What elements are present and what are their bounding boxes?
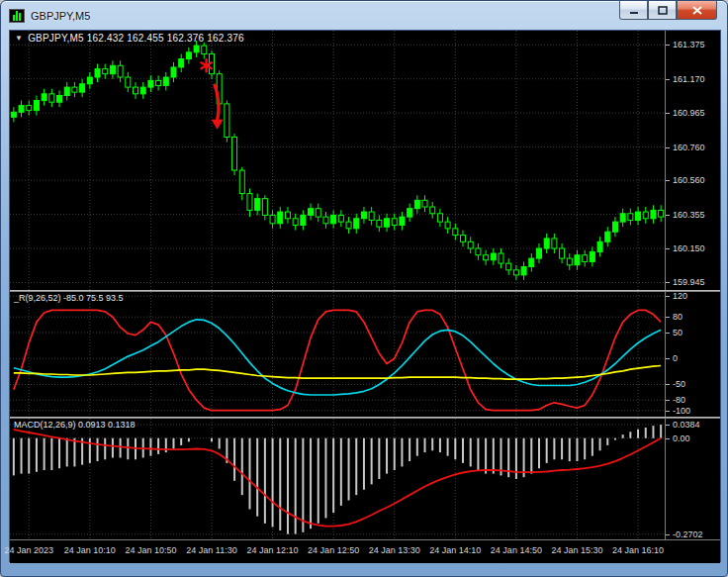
candle-body bbox=[87, 77, 92, 84]
oscillator-scale-label: 50 bbox=[673, 328, 682, 337]
price-label: 160.560 bbox=[673, 175, 705, 185]
close-icon bbox=[692, 6, 702, 15]
axis-tick bbox=[666, 45, 670, 46]
candle-body bbox=[171, 67, 176, 77]
oscillator-line-slow bbox=[14, 366, 661, 380]
maximize-icon bbox=[658, 6, 668, 15]
candle-body bbox=[126, 77, 131, 87]
candle-body bbox=[27, 106, 32, 111]
macd-scale-label: 0.0384 bbox=[673, 420, 700, 430]
candle-body bbox=[64, 87, 69, 95]
candle-body bbox=[385, 219, 390, 227]
candle-body bbox=[513, 270, 518, 275]
axis-tick bbox=[666, 333, 670, 334]
candle-body bbox=[430, 207, 435, 214]
candle-body bbox=[414, 200, 419, 208]
axis-tick bbox=[666, 425, 670, 426]
oscillator-canvas bbox=[10, 292, 665, 417]
candle-body bbox=[476, 248, 481, 255]
minimize-button[interactable] bbox=[619, 1, 648, 20]
chart-window-icon bbox=[9, 9, 25, 23]
candle-body bbox=[521, 266, 526, 274]
candle-body bbox=[583, 255, 588, 262]
candle-body bbox=[620, 214, 625, 222]
axis-tick bbox=[666, 282, 670, 283]
oscillator-scale-label: 80 bbox=[673, 312, 682, 322]
candle-body bbox=[377, 220, 382, 227]
candle-body bbox=[552, 239, 557, 248]
candle-body bbox=[636, 212, 641, 220]
price-label: 160.965 bbox=[673, 108, 705, 118]
axis-tick bbox=[666, 358, 670, 359]
candle-body bbox=[445, 222, 450, 229]
down-arrow-annotation bbox=[212, 120, 224, 130]
price-label: 161.375 bbox=[673, 40, 705, 49]
candle-body bbox=[369, 212, 374, 220]
maximize-button[interactable] bbox=[648, 1, 677, 20]
chart-client-area: ▼ GBPJPY,M5 162.432 162.455 162.376 162.… bbox=[9, 30, 721, 562]
candle-body bbox=[163, 77, 168, 85]
quote-line[interactable]: ▼ GBPJPY,M5 162.432 162.455 162.376 162.… bbox=[15, 33, 244, 44]
candle-body bbox=[575, 255, 580, 265]
axis-tick bbox=[666, 534, 670, 535]
candle-body bbox=[239, 170, 244, 194]
oscillator-axis[interactable]: 12080500-50-80-100 bbox=[665, 292, 720, 417]
candle-body bbox=[225, 104, 229, 138]
titlebar[interactable]: GBPJPY,M5 bbox=[1, 1, 727, 30]
candle-body bbox=[323, 217, 328, 224]
candle-body bbox=[408, 209, 412, 217]
axis-tick bbox=[666, 79, 670, 80]
candle-body bbox=[499, 253, 503, 263]
close-button[interactable] bbox=[677, 1, 717, 20]
candle-body bbox=[156, 80, 161, 85]
candle-body bbox=[392, 219, 397, 226]
candle-body bbox=[612, 222, 617, 232]
candle-body bbox=[491, 253, 496, 260]
axis-tick bbox=[666, 113, 670, 114]
candle-body bbox=[354, 219, 359, 229]
candle-body bbox=[80, 84, 85, 92]
axis-tick bbox=[666, 317, 670, 318]
macd-panel[interactable]: MACD(12,26,9) 0.0913 0.1318 0.03840.00-0… bbox=[10, 419, 720, 539]
candle-body bbox=[400, 217, 405, 225]
candle-body bbox=[346, 222, 351, 229]
macd-axis[interactable]: 0.03840.00-0.2702 bbox=[665, 419, 720, 539]
candle-body bbox=[72, 87, 77, 92]
candle-body bbox=[134, 87, 138, 94]
price-chart-panel[interactable]: ▼ GBPJPY,M5 162.432 162.455 162.376 162.… bbox=[10, 31, 720, 290]
candle-body bbox=[544, 239, 549, 248]
price-label: 160.355 bbox=[673, 210, 705, 220]
candle-body bbox=[590, 251, 594, 261]
candle-body bbox=[11, 112, 16, 117]
candle-body bbox=[567, 258, 572, 265]
candle-body bbox=[34, 101, 39, 111]
oscillator-label: _R(9,26,52) -85.0 75.5 93.5 bbox=[14, 293, 124, 303]
price-chart-canvas bbox=[10, 31, 665, 290]
candle-body bbox=[148, 80, 153, 87]
macd-scale-label: -0.2702 bbox=[673, 529, 703, 539]
candle-body bbox=[484, 255, 489, 260]
chart-window: GBPJPY,M5 ▼ GBPJPY,M5 162.432 162.455 16… bbox=[0, 0, 728, 577]
candle-body bbox=[422, 200, 427, 207]
candle-body bbox=[293, 219, 298, 226]
candle-body bbox=[461, 236, 466, 242]
candle-body bbox=[57, 96, 62, 103]
oscillator-scale-label: -80 bbox=[673, 395, 685, 405]
axis-tick bbox=[666, 180, 670, 181]
candle-body bbox=[118, 65, 123, 77]
macd-scale-label: 0.00 bbox=[673, 433, 690, 443]
candle-body bbox=[453, 229, 458, 236]
price-axis[interactable]: 161.375161.170160.965160.760160.560160.3… bbox=[665, 31, 720, 290]
candle-body bbox=[49, 94, 54, 102]
time-label: 24 Jan 16:10 bbox=[602, 545, 674, 555]
oscillator-scale-label: -50 bbox=[673, 379, 685, 389]
axis-tick bbox=[666, 215, 670, 216]
candle-body bbox=[506, 263, 511, 270]
oscillator-panel[interactable]: _R(9,26,52) -85.0 75.5 93.5 12080500-50-… bbox=[10, 292, 720, 417]
candle-body bbox=[262, 199, 267, 216]
collapse-arrow-icon[interactable]: ▼ bbox=[15, 34, 23, 43]
axis-tick bbox=[666, 147, 670, 148]
time-axis[interactable]: 24 Jan 202324 Jan 10:1024 Jan 10:5024 Ja… bbox=[10, 539, 720, 563]
candle-body bbox=[468, 241, 473, 248]
candle-body bbox=[643, 212, 648, 219]
